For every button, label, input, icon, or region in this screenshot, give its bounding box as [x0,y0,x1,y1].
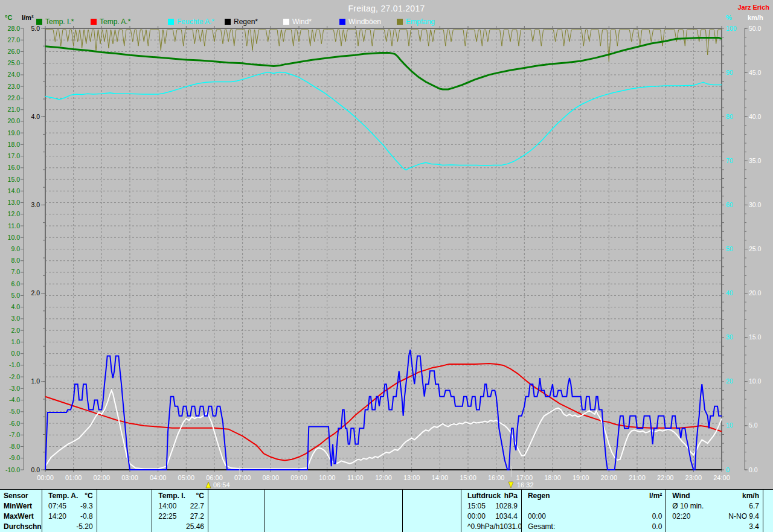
table-cell [763,522,773,532]
temp-axis-label: 17.0 [8,152,21,159]
table-cell: 22:2527.2 [152,511,208,522]
temp-axis-label: 15.0 [8,176,21,183]
table-cell: ^0.9hPa/h1031.0 [461,522,521,532]
wind-axis-label: 10.0 [749,377,762,385]
table-cell [403,522,461,532]
table-cell: Ø 10 min.6.7 [666,501,763,511]
sunset-icon [508,482,513,488]
temp-axis-label: 16.0 [8,164,21,171]
wind-axis-label: 45.0 [749,69,762,76]
table-column-header [208,491,265,501]
table-column-empty-3 [208,490,265,532]
x-axis-label: 04:00 [150,474,167,481]
table-column-luftdruck: LuftdruckhPa15:051028.900:001034.4^0.9hP… [461,490,522,532]
wind-axis-label: 0.0 [749,466,758,473]
humidity-axis-label: 20 [726,377,733,385]
table-cell [97,522,152,532]
table-column-temp-i-: Temp. I.°C14:0022.722:2527.225.46 [152,490,208,532]
rain-axis-label: 0.0 [31,466,40,473]
temp-axis-label: 23.0 [8,83,21,90]
temp-axis-label: 26.0 [8,48,21,55]
table-column-wind: Windkm/hØ 10 min.6.702:20N-NO 9.43.4 [666,490,763,532]
table-cell: -5.20 [42,522,97,532]
table-cell: 25.46 [152,522,208,532]
sunrise-icon [206,482,211,488]
table-column-empty-1 [97,490,153,532]
temp-axis-label: 24.0 [8,71,21,78]
x-axis-label: 17:00 [516,474,533,481]
rain-axis-label: 1.0 [31,377,40,385]
humidity-axis-label: 80 [726,113,733,120]
humidity-axis-label: 60 [726,201,733,208]
table-cell [208,501,265,511]
table-cell: 3.4 [666,522,763,532]
table-cell [265,511,403,522]
table-column-empty-4 [265,490,403,532]
x-axis-label: 18:00 [544,474,561,481]
humidity-axis-label: 30 [726,333,733,341]
temp-axis-label: 13.0 [8,199,21,206]
x-axis-label: 22:00 [657,474,674,481]
table-column-regen: Regenl/m²00:000.0Gesamt:0.0 [522,490,666,532]
wind-axis-label: 40.0 [749,113,762,120]
temp-axis-label: 27.0 [8,36,21,43]
temp-axis-label: -5.0 [9,408,20,415]
humidity-axis-label: 10 [726,421,733,429]
table-cell [208,511,265,522]
table-column-header [265,491,403,501]
temp-axis-label: 19.0 [8,129,21,136]
temp-axis-label: -2.0 [9,373,20,380]
temp-axis-label: 28.0 [8,25,21,32]
table-cell [403,501,461,511]
table-row-label: Sensor [0,491,42,501]
x-axis-label: 12:00 [375,474,392,481]
temp-axis-label: 10.0 [8,234,21,241]
temp-axis-label: 7.0 [11,268,20,275]
x-axis-label: 10:00 [319,474,336,481]
temp-axis-label: 3.0 [11,315,20,322]
temp-axis-label: 21.0 [8,106,21,113]
x-axis-label: 15:00 [460,474,476,481]
temp-axis-label: -10.0 [5,466,20,473]
x-axis-label: 21:00 [629,474,646,481]
wind-axis-label: 25.0 [749,245,762,252]
summary-table: SensorMinWertMaxWertDurchschnittTemp. A.… [0,489,773,532]
table-column-header [97,491,152,501]
temp-axis-label: 20.0 [8,117,21,124]
humidity-axis-label: 50 [726,245,733,252]
humidity-axis-label: 40 [726,289,733,296]
table-column-header: LuftdruckhPa [461,491,521,501]
x-axis-label: 16:00 [488,474,505,481]
x-axis-label: 13:00 [403,474,420,481]
table-cell [265,522,403,532]
x-axis-label: 06:00 [206,474,223,481]
temp-axis-label: 18.0 [8,141,21,148]
temp-axis-label: -8.0 [9,443,20,450]
x-axis-label: 01:00 [65,474,82,481]
table-cell: 00:000.0 [522,511,666,522]
humidity-axis-label: 70 [726,157,733,164]
temp-axis-label: -4.0 [9,396,20,403]
table-column-empty-9 [763,490,773,532]
temp-axis-label: 4.0 [11,303,20,310]
temp-axis-label: 14.0 [8,187,21,194]
table-column-header: Temp. A.°C [42,491,97,501]
x-axis-label: 23:00 [685,474,702,481]
table-rowlabel-column: SensorMinWertMaxWertDurchschnitt [0,490,42,532]
table-cell: Gesamt:0.0 [522,522,666,532]
table-row-label: MinWert [0,501,42,511]
sunset-time-label: 16:32 [517,481,534,489]
table-cell [97,511,152,522]
table-row-label: Durchschnitt [0,522,42,532]
table-cell: 15:051028.9 [461,501,521,511]
table-column-temp-a-: Temp. A.°C07:45-9.314:20-0.8-5.20 [42,490,97,532]
temp-axis-label: -6.0 [9,420,20,427]
humidity-axis-label: 0 [726,466,730,473]
temp-axis-label: 22.0 [8,94,21,101]
x-axis-label: 14:00 [432,474,449,481]
temp-axis-label: -3.0 [9,385,20,392]
rain-axis-label: 5.0 [31,25,40,32]
temp-axis-label: 2.0 [11,327,20,334]
rain-axis-label: 2.0 [31,289,40,296]
table-row-label: MaxWert [0,511,42,522]
